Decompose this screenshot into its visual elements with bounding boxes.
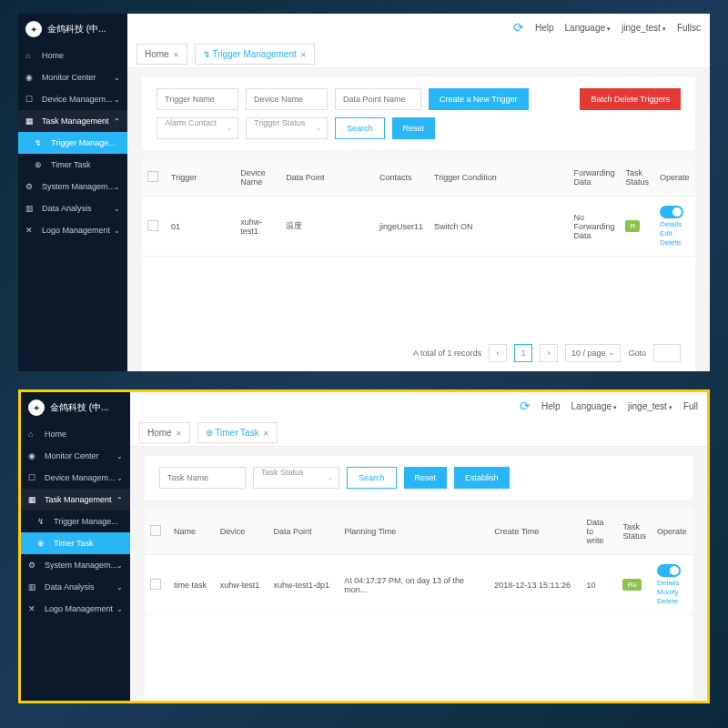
select-all-checkbox[interactable] xyxy=(147,171,158,182)
help-link[interactable]: Help xyxy=(535,23,554,33)
chevron-down-icon: ⌄ xyxy=(116,583,123,592)
details-link[interactable]: Details xyxy=(657,579,687,587)
sidebar-item-monitor[interactable]: ◉Monitor Center⌄ xyxy=(18,66,127,88)
alarm-contact-select[interactable]: Alarm Contact⌄ xyxy=(157,117,238,139)
reset-button[interactable]: Reset xyxy=(404,467,448,489)
task-status-select[interactable]: Task Status⌄ xyxy=(253,467,339,489)
table-row: 01 xuhw-test1 温度 jingeUser11 Switch ON N… xyxy=(142,197,695,257)
tab-timer-task[interactable]: ⊕ Timer Task✕ xyxy=(197,422,278,443)
fullscreen-link[interactable]: Fullsc xyxy=(677,23,701,33)
brand-logo-icon: ✦ xyxy=(28,399,45,416)
sidebar-item-device[interactable]: ☐Device Managem...⌄ xyxy=(18,88,127,110)
chevron-down-icon: ⌄ xyxy=(609,349,614,357)
modify-link[interactable]: Modify xyxy=(657,588,687,596)
trigger-name-input[interactable] xyxy=(157,88,238,110)
col-condition: Trigger Condition xyxy=(429,159,568,197)
chevron-down-icon: ⌄ xyxy=(114,96,120,104)
col-device: Device xyxy=(215,509,268,555)
sidebar: ✦ 金鸽科技 (中... ⌂Home ◉Monitor Center⌄ ☐Dev… xyxy=(21,392,130,701)
close-icon[interactable]: ✕ xyxy=(263,430,269,438)
col-operate: Operate xyxy=(654,159,695,197)
sidebar-item-system[interactable]: ⚙System Managem...⌄ xyxy=(21,554,130,576)
goto-label: Goto xyxy=(628,349,646,358)
select-all-checkbox[interactable] xyxy=(150,525,161,536)
delete-link[interactable]: Delete xyxy=(657,597,687,605)
sidebar-item-logo[interactable]: ✕Logo Management⌄ xyxy=(18,219,127,241)
col-created: Create Time xyxy=(489,509,581,555)
prev-page-button[interactable]: ‹ xyxy=(489,344,507,362)
sidebar-item-analysis[interactable]: ▥Data Analysis⌄ xyxy=(21,576,130,598)
chevron-down-icon: ⌄ xyxy=(114,205,120,213)
trigger-table: Trigger Device Name Data Point Contacts … xyxy=(142,159,695,335)
sidebar-item-monitor[interactable]: ◉Monitor Center⌄ xyxy=(21,445,130,467)
cell-condition: Switch ON xyxy=(429,197,568,257)
enable-toggle[interactable] xyxy=(657,564,681,577)
tab-trigger-management[interactable]: ↯ Trigger Management✕ xyxy=(195,44,315,65)
status-badge: R xyxy=(625,220,640,232)
close-icon[interactable]: ✕ xyxy=(173,51,179,59)
sidebar-item-home[interactable]: ⌂Home xyxy=(21,423,130,445)
topbar: ⟳ Help Language▾ jinge_test▾ Fullsc xyxy=(127,14,710,41)
fullscreen-link[interactable]: Full xyxy=(683,401,698,411)
establish-button[interactable]: Establish xyxy=(454,467,510,489)
refresh-icon[interactable]: ⟳ xyxy=(513,20,524,35)
sidebar-item-timer[interactable]: ⊕Timer Task xyxy=(18,154,127,176)
page-size-select[interactable]: 10 / page ⌄ xyxy=(565,344,622,362)
search-button[interactable]: Search xyxy=(335,117,385,139)
col-status: Task Status xyxy=(617,509,652,555)
goto-input[interactable] xyxy=(653,344,681,362)
create-trigger-button[interactable]: Create a New Trigger xyxy=(429,88,529,110)
trigger-status-select[interactable]: Trigger Status⌄ xyxy=(246,117,328,139)
table-row: time task xuhw-test1 xuhw-test1-dp1 At 0… xyxy=(145,555,693,615)
search-button[interactable]: Search xyxy=(347,467,397,489)
sidebar-item-trigger[interactable]: ↯Trigger Manage... xyxy=(18,132,127,154)
batch-delete-button[interactable]: Batch Delete Triggers xyxy=(580,88,681,110)
reset-button[interactable]: Reset xyxy=(392,117,436,139)
help-link[interactable]: Help xyxy=(541,401,561,411)
sidebar-item-trigger[interactable]: ↯Trigger Manage... xyxy=(21,511,130,532)
chevron-down-icon: ⌄ xyxy=(116,605,123,613)
details-link[interactable]: Details xyxy=(660,220,690,228)
brand: ✦ 金鸽科技 (中... xyxy=(18,14,127,45)
tab-home[interactable]: Home✕ xyxy=(136,44,187,65)
sidebar-item-task[interactable]: ▦Task Management⌃ xyxy=(21,489,130,511)
trigger-icon: ↯ xyxy=(37,517,48,526)
sidebar: ✦ 金鸽科技 (中... ⌂Home ◉Monitor Center⌄ ☐Dev… xyxy=(18,14,127,371)
timer-task-panel: ✦ 金鸽科技 (中... ⌂Home ◉Monitor Center⌄ ☐Dev… xyxy=(18,389,710,703)
row-checkbox[interactable] xyxy=(147,220,158,231)
sidebar-item-logo[interactable]: ✕Logo Management⌄ xyxy=(21,598,130,620)
device-name-input[interactable] xyxy=(246,88,328,110)
brand: ✦ 金鸽科技 (中... xyxy=(21,392,130,423)
language-dropdown[interactable]: Language▾ xyxy=(571,401,618,411)
trigger-management-panel: ✦ 金鸽科技 (中... ⌂Home ◉Monitor Center⌄ ☐Dev… xyxy=(18,14,710,371)
delete-link[interactable]: Delete xyxy=(660,238,690,247)
chevron-down-icon: ⌄ xyxy=(116,452,123,460)
language-dropdown[interactable]: Language▾ xyxy=(565,23,612,33)
cell-contacts: jingeUser11 xyxy=(374,197,429,257)
user-dropdown[interactable]: jinge_test▾ xyxy=(622,23,666,33)
sidebar-item-system[interactable]: ⚙System Managem...⌄ xyxy=(18,176,127,197)
close-icon[interactable]: ✕ xyxy=(300,51,307,59)
caret-down-icon: ▾ xyxy=(662,25,666,32)
next-page-button[interactable]: › xyxy=(540,344,558,362)
user-dropdown[interactable]: jinge_test▾ xyxy=(628,401,672,411)
tab-home[interactable]: Home✕ xyxy=(139,422,190,443)
task-name-input[interactable] xyxy=(159,467,246,489)
chevron-up-icon: ⌃ xyxy=(114,117,120,126)
sidebar-item-analysis[interactable]: ▥Data Analysis⌄ xyxy=(18,197,127,219)
page-number[interactable]: 1 xyxy=(514,344,532,362)
sidebar-item-home[interactable]: ⌂Home xyxy=(18,45,127,66)
main-content: ⟳ Help Language▾ jinge_test▾ Fullsc Home… xyxy=(127,14,710,371)
row-checkbox[interactable] xyxy=(150,579,161,590)
close-icon[interactable]: ✕ xyxy=(176,430,182,438)
caret-down-icon: ▾ xyxy=(613,404,617,410)
sidebar-item-device[interactable]: ☐Device Managem...⌄ xyxy=(21,467,130,489)
enable-toggle[interactable] xyxy=(660,206,683,218)
datapoint-name-input[interactable] xyxy=(335,88,421,110)
sidebar-item-task[interactable]: ▦Task Management⌃ xyxy=(18,110,127,132)
edit-link[interactable]: Edit xyxy=(660,229,690,238)
sidebar-item-timer[interactable]: ⊕Timer Task xyxy=(21,532,130,554)
refresh-icon[interactable]: ⟳ xyxy=(520,399,531,413)
chevron-down-icon: ⌄ xyxy=(114,74,120,82)
breadcrumb-tabs: Home✕ ⊕ Timer Task✕ xyxy=(130,420,707,447)
